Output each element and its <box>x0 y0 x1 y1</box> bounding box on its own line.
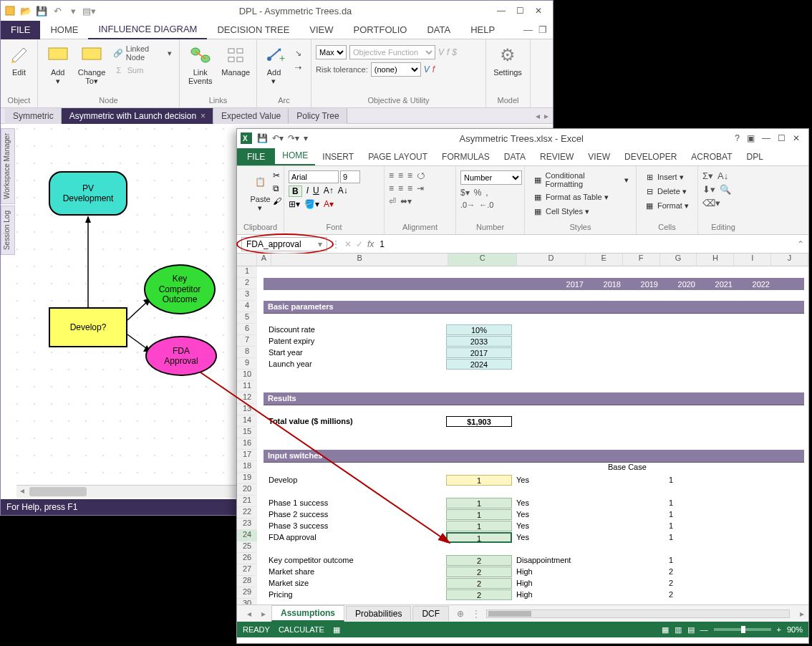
macro-record-icon[interactable]: ▦ <box>333 625 340 635</box>
col-E[interactable]: E <box>586 254 623 266</box>
row-15[interactable]: 15 <box>237 427 257 438</box>
switch-value[interactable]: 2 <box>446 578 512 589</box>
conditional-formatting-button[interactable]: ▦Conditional Formatting▾ <box>529 170 632 189</box>
maximize-icon[interactable]: ☐ <box>514 5 526 16</box>
fill-icon[interactable]: ⬇▾ <box>702 184 715 195</box>
redo-icon[interactable]: ▾ <box>67 4 79 17</box>
zoom-level[interactable]: 90% <box>787 625 803 634</box>
xl-tab-data[interactable]: DATA <box>497 148 533 165</box>
row-13[interactable]: 13 <box>237 404 257 415</box>
f2-icon[interactable]: f <box>432 64 435 74</box>
s-icon[interactable]: $ <box>452 47 457 57</box>
doctab-symmetric[interactable]: Symmetric <box>5 108 62 124</box>
tab-nav-left-icon[interactable]: ◂ <box>536 111 540 121</box>
f-icon[interactable]: f <box>447 47 449 57</box>
col-B[interactable]: B <box>271 254 448 266</box>
row-4[interactable]: 4 <box>237 301 257 312</box>
node-develop[interactable]: Develop? <box>49 307 127 347</box>
row-7[interactable]: 7 <box>237 335 257 347</box>
sort-icon[interactable]: A↓ <box>717 170 728 181</box>
xl-help-icon[interactable]: ? <box>735 133 740 143</box>
font-shrink-icon[interactable]: A↓ <box>338 185 348 197</box>
doctab-asymmetric[interactable]: Asymmetric with Launch decision× <box>62 108 213 124</box>
save-icon[interactable]: 💾 <box>35 4 48 17</box>
row-19[interactable]: 19 <box>237 473 257 484</box>
edit-button[interactable]: Edit <box>5 41 33 77</box>
bold-button[interactable]: B <box>289 185 302 197</box>
row-17[interactable]: 17 <box>237 450 257 461</box>
tab-help[interactable]: HELP <box>460 21 505 39</box>
xl-redo-icon[interactable]: ↷▾ <box>288 133 299 143</box>
sheet-probabilities[interactable]: Probabilities <box>346 606 411 621</box>
tab-home[interactable]: HOME <box>40 21 88 39</box>
xl-tab-acrobat[interactable]: ACROBAT <box>684 148 739 165</box>
view-normal-icon[interactable]: ▦ <box>662 625 669 635</box>
comma-icon[interactable]: , <box>485 188 488 198</box>
view-page-icon[interactable]: ▥ <box>675 625 682 635</box>
tab-view[interactable]: VIEW <box>299 21 343 39</box>
col-F[interactable]: F <box>623 254 660 266</box>
row-5[interactable]: 5 <box>237 312 257 324</box>
row-8[interactable]: 8 <box>237 347 257 358</box>
link-events-button[interactable]: Link Events <box>184 41 217 85</box>
underline-button[interactable]: U <box>313 185 319 197</box>
row-28[interactable]: 28 <box>237 576 257 587</box>
sidetab-session-log[interactable]: Session Log <box>1 206 15 255</box>
xl-save-icon[interactable]: 💾 <box>257 133 268 143</box>
fill-color-icon[interactable]: 🪣▾ <box>304 199 319 209</box>
align-center-icon[interactable]: ≡ <box>398 183 403 193</box>
open-icon[interactable]: 📂 <box>19 4 32 17</box>
row-11[interactable]: 11 <box>237 381 257 392</box>
italic-button[interactable]: I <box>306 185 309 197</box>
sheet-scrollbar[interactable] <box>486 609 790 618</box>
cancel-formula-icon[interactable]: ✕ <box>344 239 352 249</box>
sheet-assumptions[interactable]: Assumptions <box>271 605 344 622</box>
switch-value[interactable]: 2 <box>446 555 512 566</box>
param-value[interactable]: 2024 <box>446 359 512 370</box>
row-23[interactable]: 23 <box>237 519 257 530</box>
xl-tab-insert[interactable]: INSERT <box>315 148 361 165</box>
col-G[interactable]: G <box>660 254 697 266</box>
row-2[interactable]: 2 <box>237 278 257 289</box>
mdi-minimize-icon[interactable]: — <box>523 24 533 35</box>
arc-opt-2[interactable]: ⇢ <box>289 61 306 74</box>
align-top-icon[interactable]: ≡ <box>389 170 394 180</box>
v-icon[interactable]: V <box>438 47 444 57</box>
inc-decimal-icon[interactable]: .0→ <box>460 201 475 209</box>
col-A[interactable]: A <box>257 254 271 266</box>
font-color-icon[interactable]: A▾ <box>324 199 334 209</box>
tab-data[interactable]: DATA <box>417 21 460 39</box>
switch-value[interactable]: 1 <box>446 521 512 531</box>
zoom-in-icon[interactable]: + <box>777 625 781 634</box>
risk-tolerance-select[interactable]: (none) <box>371 62 421 77</box>
doctab-policy[interactable]: Policy Tree <box>289 108 347 124</box>
node-competitor[interactable]: Key Competitor Outcome <box>144 264 216 314</box>
format-as-table-button[interactable]: ▦Format as Table▾ <box>529 191 612 203</box>
row-22[interactable]: 22 <box>237 507 257 519</box>
close-tab-icon[interactable]: × <box>200 111 206 121</box>
v2-icon[interactable]: V <box>424 64 430 74</box>
sheet-dcf[interactable]: DCF <box>412 606 449 621</box>
row-26[interactable]: 26 <box>237 553 257 564</box>
row-20[interactable]: 20 <box>237 484 257 496</box>
manage-links-button[interactable]: Manage <box>220 41 253 77</box>
row-30[interactable]: 30 <box>237 599 257 604</box>
xl-minimize-icon[interactable]: — <box>762 133 770 143</box>
font-name-input[interactable] <box>289 170 339 183</box>
indent-icon[interactable]: ⇥ <box>417 183 424 193</box>
objective-fn-select[interactable]: Objective Function <box>349 45 435 59</box>
xl-tab-home[interactable]: HOME <box>275 147 315 165</box>
zoom-out-icon[interactable]: — <box>700 625 708 634</box>
node-fda[interactable]: FDA Approval <box>145 336 217 376</box>
row-1[interactable]: 1 <box>237 266 257 278</box>
close-icon[interactable]: ✕ <box>533 5 544 16</box>
format-cells-button[interactable]: ▦Format▾ <box>641 199 692 212</box>
tab-file[interactable]: FILE <box>1 21 40 39</box>
wrap-icon[interactable]: ⏎ <box>389 196 396 206</box>
merge-icon[interactable]: ⬌▾ <box>400 196 412 206</box>
switch-value[interactable]: 2 <box>446 589 512 600</box>
fx-icon[interactable]: fx <box>367 239 374 249</box>
mdi-restore-icon[interactable]: ❐ <box>538 24 547 35</box>
row-25[interactable]: 25 <box>237 541 257 553</box>
align-bot-icon[interactable]: ≡ <box>407 170 412 180</box>
